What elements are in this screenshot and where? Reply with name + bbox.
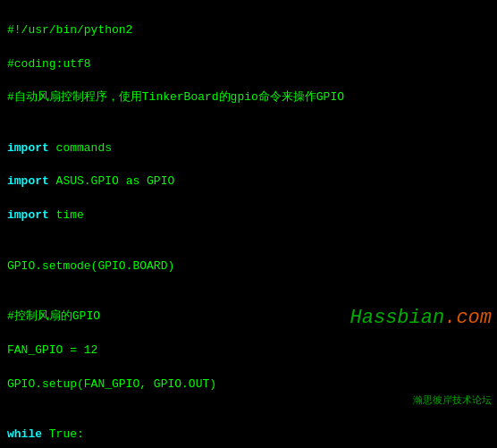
watermark-site-text: Hassbian <box>350 307 445 329</box>
code-editor: #!/usr/bin/python2 #coding:utf8 #自动风扇控制程… <box>0 0 497 448</box>
line-1: #!/usr/bin/python2 <box>7 22 490 39</box>
line-6: import ASUS.GPIO as GPIO <box>7 173 490 190</box>
line-2: #coding:utf8 <box>7 56 490 73</box>
watermark-site: Hassbian.com <box>279 275 492 361</box>
watermark-com: .com <box>444 307 492 329</box>
line-3: #自动风扇控制程序，使用TinkerBoard的gpio命令来操作GPIO <box>7 89 490 106</box>
watermark: Hassbian.com 瀚思彼岸技术论坛 <box>279 241 492 443</box>
line-5: import commands <box>7 140 490 157</box>
line-7: import time <box>7 207 490 224</box>
watermark-subtitle: 瀚思彼岸技术论坛 <box>279 394 492 409</box>
